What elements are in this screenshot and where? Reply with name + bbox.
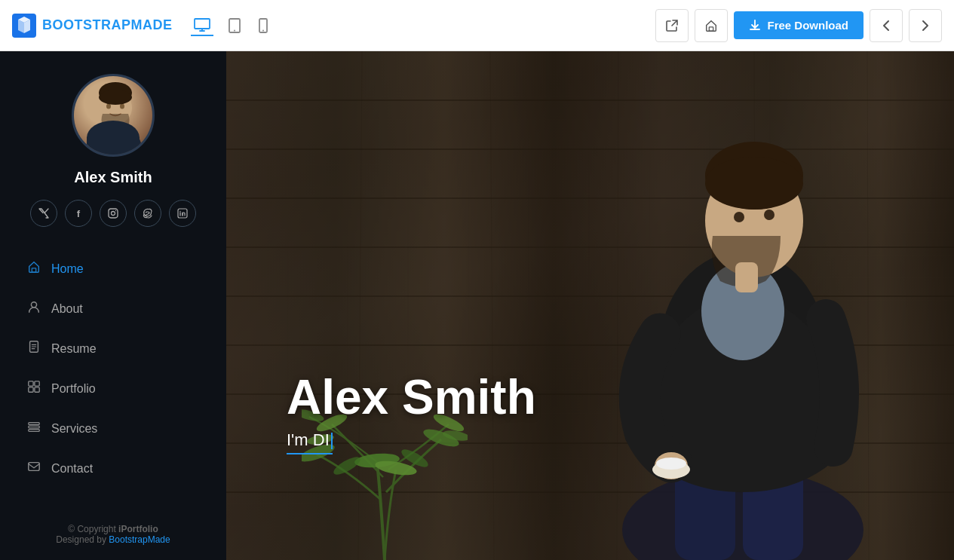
contact-nav-icon <box>27 460 41 477</box>
main-layout: Alex Smith f <box>0 51 954 560</box>
svg-rect-29 <box>29 463 39 471</box>
typed-text: I <box>325 430 330 449</box>
svg-point-53 <box>734 212 744 222</box>
topbar-left: BOOTSTRAPMADE <box>12 14 271 38</box>
skype-icon <box>143 208 153 219</box>
about-nav-icon <box>27 300 41 317</box>
services-nav-icon <box>27 420 41 437</box>
sidebar-item-contact[interactable]: Contact <box>15 449 211 488</box>
resume-nav-label: Resume <box>51 342 97 356</box>
mobile-view-button[interactable] <box>256 15 271 36</box>
device-icons <box>191 15 271 36</box>
hero-name: Alex Smith <box>287 373 536 421</box>
logo[interactable]: BOOTSTRAPMADE <box>12 14 173 38</box>
facebook-button[interactable]: f <box>65 200 92 227</box>
sidebar-item-resume[interactable]: Resume <box>15 329 211 368</box>
portfolio-nav-icon <box>27 380 41 397</box>
svg-rect-27 <box>29 426 39 428</box>
svg-point-16 <box>112 212 115 216</box>
external-link-button[interactable] <box>655 9 689 42</box>
avatar-image <box>74 76 152 155</box>
home-icon <box>704 19 718 32</box>
user-name: Alex Smith <box>74 169 152 186</box>
logo-text: BOOTSTRAPMADE <box>42 17 173 33</box>
next-button[interactable] <box>909 9 942 42</box>
chevron-left-icon <box>882 20 890 32</box>
services-nav-label: Services <box>51 422 97 436</box>
avatar-svg <box>74 76 155 157</box>
external-link-icon <box>665 19 679 32</box>
svg-point-9 <box>94 127 137 157</box>
hero-content: Alex Smith I'm DI <box>287 373 536 454</box>
svg-point-12 <box>120 104 124 109</box>
instagram-icon <box>108 208 118 219</box>
svg-rect-10 <box>110 120 121 130</box>
svg-point-20 <box>31 302 36 308</box>
linkedin-button[interactable] <box>169 200 196 227</box>
main-content: Alex Smith I'm DI <box>226 51 954 560</box>
svg-rect-26 <box>29 423 39 425</box>
svg-point-54 <box>764 210 775 220</box>
contact-nav-label: Contact <box>51 462 93 476</box>
svg-rect-25 <box>35 387 39 392</box>
download-icon <box>749 20 761 32</box>
home-nav-icon <box>27 260 41 277</box>
svg-rect-28 <box>29 430 39 432</box>
svg-point-11 <box>106 104 111 109</box>
download-button[interactable]: Free Download <box>734 11 864 39</box>
svg-point-14 <box>99 90 132 105</box>
hero-subtitle: I'm DI <box>287 430 333 454</box>
bootstrapmade-link[interactable]: BootstrapMade <box>109 534 170 545</box>
hero-person-figure <box>532 93 954 560</box>
about-nav-label: About <box>51 302 83 316</box>
mobile-icon <box>259 18 268 33</box>
svg-point-5 <box>262 29 264 31</box>
resume-nav-icon <box>27 340 41 357</box>
sidebar: Alex Smith f <box>0 51 226 560</box>
typing-cursor <box>331 433 333 449</box>
svg-rect-6 <box>710 26 713 30</box>
social-icons: f <box>30 200 196 227</box>
nav-menu: Home About <box>0 249 226 489</box>
topbar: BOOTSTRAPMADE <box>0 0 954 51</box>
svg-rect-23 <box>35 381 39 386</box>
home-nav-label: Home <box>51 262 84 276</box>
home-button[interactable] <box>695 9 728 42</box>
svg-rect-1 <box>195 19 210 29</box>
svg-point-8 <box>89 127 142 157</box>
linkedin-icon <box>177 208 188 219</box>
facebook-icon: f <box>77 208 80 219</box>
svg-point-52 <box>705 157 803 210</box>
svg-point-17 <box>115 210 116 211</box>
svg-rect-58 <box>735 262 758 292</box>
svg-rect-15 <box>109 209 118 218</box>
chevron-right-icon <box>922 20 929 32</box>
instagram-button[interactable] <box>100 200 127 227</box>
sidebar-item-about[interactable]: About <box>15 289 211 328</box>
sidebar-footer: © Copyright iPortfolio Designed by Boots… <box>48 524 177 545</box>
twitter-button[interactable] <box>30 200 57 227</box>
svg-point-3 <box>234 29 235 31</box>
sidebar-item-portfolio[interactable]: Portfolio <box>15 369 211 408</box>
svg-rect-24 <box>29 387 33 392</box>
sidebar-item-home[interactable]: Home <box>15 249 211 288</box>
desktop-icon <box>194 18 210 32</box>
sidebar-item-services[interactable]: Services <box>15 409 211 448</box>
tablet-view-button[interactable] <box>225 15 244 36</box>
avatar <box>72 74 155 157</box>
twitter-icon <box>38 208 49 219</box>
svg-point-57 <box>656 457 686 470</box>
portfolio-nav-label: Portfolio <box>51 382 96 396</box>
tablet-icon <box>229 18 241 33</box>
skype-button[interactable] <box>134 200 161 227</box>
svg-rect-22 <box>29 381 33 386</box>
prev-button[interactable] <box>870 9 903 42</box>
svg-rect-19 <box>32 268 35 272</box>
topbar-right: Free Download <box>655 9 942 42</box>
desktop-view-button[interactable] <box>191 15 213 36</box>
hero-subtitle-text: I'm D <box>287 430 325 449</box>
logo-icon <box>12 14 36 38</box>
